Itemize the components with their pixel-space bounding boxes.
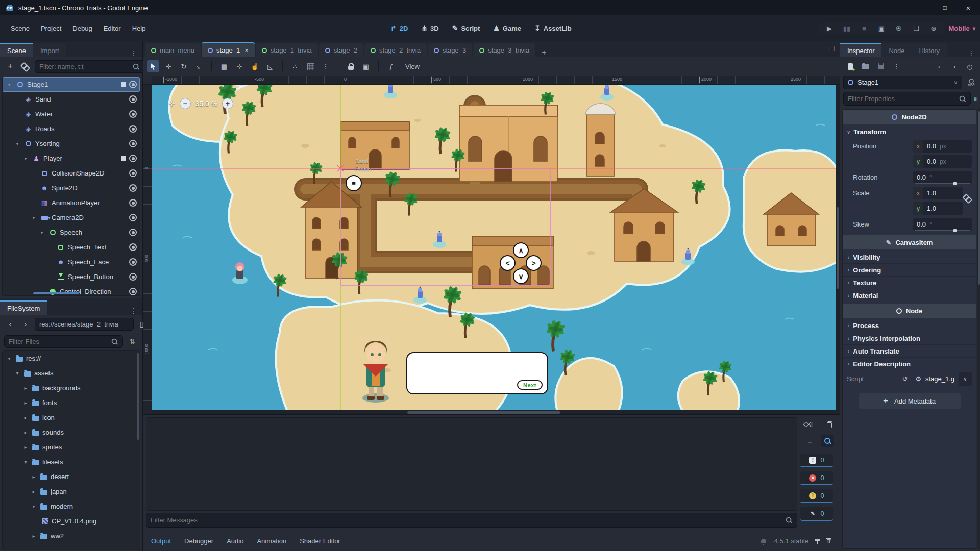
dock-options-icon[interactable]: ⋮ xyxy=(125,49,142,57)
history-back-icon[interactable]: ‹ xyxy=(933,60,945,72)
open-docs-icon[interactable]: DOC xyxy=(965,74,977,90)
tab-animation[interactable]: Animation xyxy=(257,537,286,545)
fs-item-sprites[interactable]: ▸sprites xyxy=(3,440,140,455)
scene-node-camera2d[interactable]: ▾Camera2D xyxy=(3,210,140,225)
expand-arrow-icon[interactable]: ▸ xyxy=(22,430,29,435)
pan-tool[interactable]: ☝ xyxy=(249,60,261,72)
visibility-eye-icon[interactable] xyxy=(129,214,137,221)
dpad-down-button[interactable]: ∨ xyxy=(513,268,529,284)
group-texture[interactable]: ›Texture xyxy=(843,276,976,289)
load-resource-icon[interactable] xyxy=(860,60,872,72)
pause-button[interactable]: ▮▮ xyxy=(840,24,853,32)
tab-inspector[interactable]: Inspector xyxy=(840,43,881,57)
rotate-tool[interactable]: ↻ xyxy=(178,60,190,72)
tab-node[interactable]: Node xyxy=(881,43,912,57)
new-resource-icon[interactable] xyxy=(844,60,856,72)
fs-item-tilesets[interactable]: ▾tilesets xyxy=(3,455,140,469)
menu-editor[interactable]: Editor xyxy=(98,21,127,35)
dpad-right-button[interactable]: > xyxy=(526,255,542,271)
skew-field[interactable]: 0.0 ° xyxy=(913,218,972,231)
group-process[interactable]: ›Process xyxy=(843,319,976,332)
game-canvas[interactable]: ✛ − 35.0 % + Sand Roads ≡ ∧ < > ∨ Next xyxy=(152,85,840,414)
tab-scene[interactable]: Scene xyxy=(0,43,33,57)
fs-item-desert[interactable]: ▸desert xyxy=(3,469,140,484)
expand-arrow-icon[interactable]: ▸ xyxy=(30,474,37,480)
visibility-eye-icon[interactable] xyxy=(129,81,137,88)
tab-history[interactable]: History xyxy=(912,43,947,57)
fs-item-japan[interactable]: ▸japan xyxy=(3,484,140,499)
fs-item-backgrounds[interactable]: ▸backgrounds xyxy=(3,381,140,395)
visibility-eye-icon[interactable] xyxy=(129,140,137,147)
game-menu-button[interactable]: ≡ xyxy=(346,175,362,191)
rotation-field[interactable]: 0.0 ° xyxy=(913,171,972,184)
script-attached-icon[interactable] xyxy=(121,82,126,87)
scene-node-collisionshape2d[interactable]: CollisionShape2D xyxy=(3,166,140,181)
scale-tool[interactable]: ↔ xyxy=(190,58,208,75)
expand-bottom-panel-icon[interactable]: ⇈ xyxy=(826,538,831,544)
minimize-button[interactable]: ─ xyxy=(910,0,933,15)
group-selection-button[interactable]: ▣ xyxy=(360,60,372,72)
scale-x-field[interactable]: x 1.0 xyxy=(913,187,963,199)
fs-item-ww2[interactable]: ▸ww2 xyxy=(3,529,140,543)
tab-shader-editor[interactable]: Shader Editor xyxy=(300,537,340,545)
scene-node-water[interactable]: ◈Water xyxy=(3,107,140,121)
script-value[interactable]: stage_1.g xyxy=(925,375,954,383)
collapse-arrow-icon[interactable]: ▾ xyxy=(30,215,37,220)
edit-history-icon[interactable]: ◷ xyxy=(964,60,976,72)
scene-node-sand[interactable]: ◈Sand xyxy=(3,92,140,107)
fs-item-assets[interactable]: ▾assets xyxy=(3,366,140,381)
movie-maker-icon[interactable]: ⊛ xyxy=(927,24,940,32)
position-x-field[interactable]: x 0.0 px xyxy=(913,140,972,153)
counter-warnings[interactable]: ! 0 xyxy=(800,489,833,503)
tab-import[interactable]: Import xyxy=(33,43,66,57)
zoom-out-button[interactable]: − xyxy=(180,98,191,109)
expand-arrow-icon[interactable]: ▸ xyxy=(22,385,29,391)
fs-item-icon[interactable]: ▸icon xyxy=(3,410,140,425)
maximize-button[interactable]: □ xyxy=(933,0,957,15)
pin-bottom-panel-icon[interactable] xyxy=(817,539,818,544)
expand-arrow-icon[interactable]: ▸ xyxy=(22,400,29,406)
scene-tab-stage-2-trivia[interactable]: stage_2_trivia xyxy=(364,43,427,57)
scene-node-player[interactable]: ▾♟Player xyxy=(3,151,140,166)
tab-audio[interactable]: Audio xyxy=(227,537,243,545)
scene-node-speech-button[interactable]: Speech_Button xyxy=(3,269,140,284)
nav-back-icon[interactable]: ‹ xyxy=(4,318,16,330)
skeleton-options-icon[interactable]: ʃ xyxy=(385,60,397,72)
script-attached-icon[interactable] xyxy=(121,156,126,161)
scene-tab-main-menu[interactable]: main_menu xyxy=(145,43,201,57)
group-auto-translate[interactable]: ›Auto Translate xyxy=(843,344,976,357)
group-physics-interpolation[interactable]: ›Physics Interpolation xyxy=(843,332,976,344)
scene-node-sprite2d[interactable]: ☻Sprite2D xyxy=(3,181,140,195)
visibility-eye-icon[interactable] xyxy=(129,199,137,207)
zoom-in-button[interactable]: + xyxy=(222,98,233,109)
close-tab-icon[interactable]: × xyxy=(244,46,249,54)
collapse-arrow-icon[interactable]: ▾ xyxy=(14,141,21,146)
category-transform[interactable]: ∨ Transform xyxy=(843,125,976,138)
scene-tab-stage-2[interactable]: stage_2 xyxy=(319,43,363,57)
collapse-arrow-icon[interactable]: ▾ xyxy=(14,370,21,376)
visibility-eye-icon[interactable] xyxy=(129,125,137,133)
output-log-area[interactable] xyxy=(146,417,797,511)
center-view-icon[interactable]: ✛ xyxy=(168,99,175,108)
grid-snap-toggle[interactable] xyxy=(304,60,316,72)
menu-project[interactable]: Project xyxy=(35,21,67,35)
filesystem-scrollbar[interactable] xyxy=(137,353,139,440)
script-dropdown-icon[interactable]: ∨ xyxy=(959,372,972,386)
play-custom-scene-button[interactable]: ❏ xyxy=(910,24,923,32)
visibility-eye-icon[interactable] xyxy=(129,169,137,177)
visibility-eye-icon[interactable] xyxy=(129,184,137,192)
add-node-button[interactable]: + xyxy=(4,60,16,72)
add-metadata-button[interactable]: + Add Metadata xyxy=(859,393,961,409)
expand-arrow-icon[interactable]: ▸ xyxy=(22,444,29,450)
history-forward-icon[interactable]: › xyxy=(948,60,961,72)
scene-node-speech-text[interactable]: Speech_Text xyxy=(3,240,140,255)
dpad-up-button[interactable]: ∧ xyxy=(513,242,529,258)
workspace-game[interactable]: ♟Game xyxy=(493,24,521,32)
skew-slider[interactable] xyxy=(915,230,970,231)
select-tool[interactable] xyxy=(147,60,159,72)
node-selector[interactable]: Stage1 ∨ xyxy=(843,76,962,89)
filesystem-path-field[interactable] xyxy=(35,318,134,331)
filter-properties-input[interactable] xyxy=(848,93,955,105)
clear-output-icon[interactable]: ⌫ xyxy=(802,418,814,431)
fs-item-res[interactable]: ▾res:// xyxy=(3,351,140,366)
